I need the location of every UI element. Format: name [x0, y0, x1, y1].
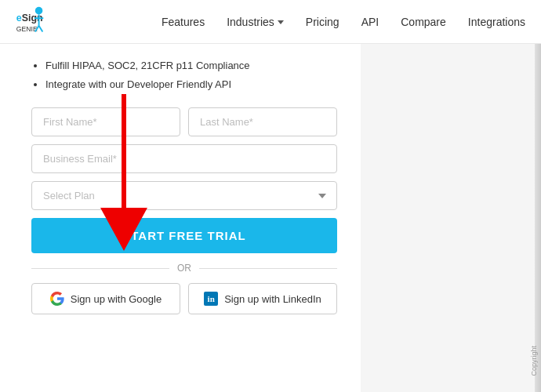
left-panel: Fulfill HIPAA, SOC2, 21CFR p11 Complianc…: [0, 44, 361, 392]
svg-text:GENIE: GENIE: [16, 25, 38, 33]
or-divider: OR: [31, 263, 337, 274]
last-name-input[interactable]: [188, 107, 337, 136]
nav-links: Features Industries Pricing API Compare …: [162, 16, 525, 28]
svg-point-2: [35, 6, 43, 14]
copyright-text: Copyright: [530, 346, 538, 376]
nav-compare[interactable]: Compare: [401, 16, 446, 28]
right-panel: Copyright: [361, 44, 541, 392]
email-input[interactable]: [31, 144, 337, 173]
or-line-right: [199, 268, 337, 269]
first-name-input[interactable]: [31, 107, 180, 136]
logo-icon: eSign GENIE: [16, 5, 47, 39]
navbar: eSign GENIE Features Industries Pricing …: [0, 0, 541, 44]
or-line-left: [31, 268, 169, 269]
bullet-item-1: Fulfill HIPAA, SOC2, 21CFR p11 Complianc…: [45, 58, 337, 74]
signup-form: Select PlanBasicProfessionalEnterprise S…: [31, 107, 337, 314]
svg-line-6: [39, 25, 43, 31]
chevron-down-icon: [278, 20, 284, 24]
google-button-label: Sign up with Google: [71, 293, 162, 305]
linkedin-icon: [204, 292, 218, 306]
linkedin-button-label: Sign up with LinkedIn: [224, 293, 321, 305]
social-buttons-row: Sign up with Google Sign up with LinkedI…: [31, 283, 337, 314]
google-icon: [50, 292, 64, 306]
name-row: [31, 107, 337, 136]
plan-select[interactable]: Select PlanBasicProfessionalEnterprise: [31, 181, 337, 210]
logo[interactable]: eSign GENIE: [16, 5, 125, 39]
main-content: Fulfill HIPAA, SOC2, 21CFR p11 Complianc…: [0, 44, 541, 392]
bullet-list: Fulfill HIPAA, SOC2, 21CFR p11 Complianc…: [31, 58, 337, 92]
panel-shadow: [535, 44, 541, 392]
plan-select-wrap: Select PlanBasicProfessionalEnterprise: [31, 181, 337, 210]
or-label: OR: [177, 263, 191, 274]
start-trial-button[interactable]: START FREE TRIAL: [31, 218, 337, 253]
nav-features[interactable]: Features: [162, 16, 205, 28]
google-signup-button[interactable]: Sign up with Google: [31, 283, 180, 314]
linkedin-signup-button[interactable]: Sign up with LinkedIn: [188, 283, 337, 314]
nav-industries[interactable]: Industries: [227, 16, 284, 28]
bullet-item-2: Integrate with our Developer Friendly AP…: [45, 77, 337, 93]
nav-integrations[interactable]: Integrations: [468, 16, 525, 28]
nav-pricing[interactable]: Pricing: [306, 16, 339, 28]
nav-api[interactable]: API: [361, 16, 379, 28]
